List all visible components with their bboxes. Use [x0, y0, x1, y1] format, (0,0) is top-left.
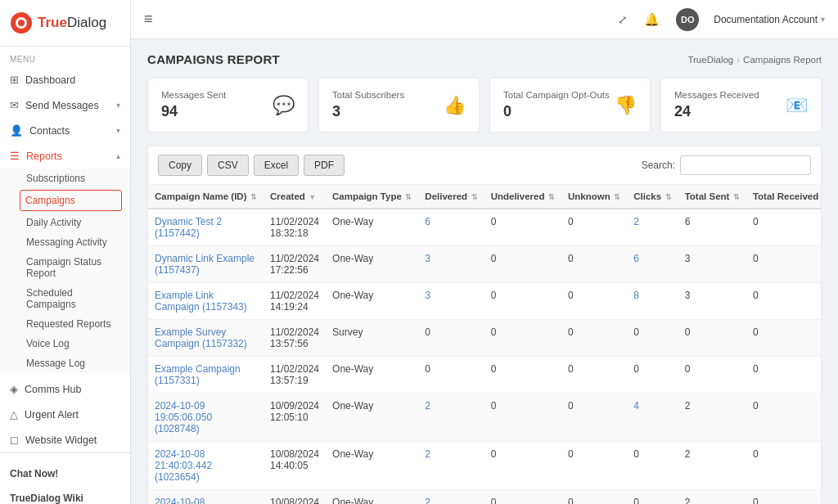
menu-label: MENU [0, 47, 130, 67]
col-header-name[interactable]: Campaign Name (ID) ⇅ [148, 185, 264, 209]
sort-icon: ⇅ [663, 193, 672, 201]
hamburger-button[interactable]: ≡ [144, 11, 153, 28]
sidebar-subitem-daily-activity[interactable]: Daily Activity [0, 213, 130, 232]
clicks-link[interactable]: 2 [633, 216, 639, 227]
stat-card-messages-sent: Messages Sent 94 💬 [147, 78, 309, 133]
sidebar-subitem-voice-log[interactable]: Voice Log [0, 334, 130, 353]
col-header-undelivered[interactable]: Undelivered ⇅ [484, 185, 561, 209]
chat-now-label: Chat Now! [10, 468, 58, 479]
campaigns-table: Campaign Name (ID) ⇅ Created ▼ Campaign … [148, 185, 821, 504]
excel-button[interactable]: Excel [254, 155, 299, 176]
copy-button[interactable]: Copy [158, 155, 202, 176]
sidebar-subitem-campaigns[interactable]: Campaigns [20, 190, 122, 211]
clicks-link[interactable]: 4 [633, 400, 639, 412]
campaign-name-link[interactable]: 2024-10-08 21:30:02.894 (1023556) [155, 497, 212, 504]
delivered-link[interactable]: 2 [425, 497, 430, 504]
csv-button[interactable]: CSV [207, 155, 249, 176]
sidebar-item-wiki[interactable]: TrueDialog Wiki [0, 486, 130, 504]
sidebar-subitem-campaign-status-report[interactable]: Campaign Status Report [0, 252, 130, 283]
delivered-link[interactable]: 3 [425, 253, 430, 264]
sidebar-item-reports[interactable]: ☰ Reports ▴ [0, 143, 130, 169]
breadcrumb-home[interactable]: TrueDialog [687, 55, 733, 65]
cell-created: 11/02/2024 18:32:18 [264, 209, 326, 246]
sort-icon: ⇅ [248, 193, 257, 201]
campaign-name-link[interactable]: 2024-10-08 21:40:03.442 (1023654) [155, 448, 212, 483]
cell-unknown: 0 [561, 442, 627, 490]
logo-text: TrueDialog [38, 15, 106, 31]
table-row: Dynamic Link Example (1157437) 11/02/202… [148, 246, 821, 283]
campaign-name-link[interactable]: Example Campaign (1157331) [155, 363, 241, 386]
sort-icon: ⇅ [731, 193, 740, 201]
expand-icon[interactable]: ⤢ [618, 13, 628, 26]
col-header-total-sent[interactable]: Total Sent ⇅ [678, 185, 746, 209]
cell-name: 2024-10-08 21:40:03.442 (1023654) [148, 442, 264, 490]
stat-label: Messages Received [674, 90, 759, 100]
stat-label: Total Subscribers [332, 90, 404, 100]
sidebar-subitem-requested-reports[interactable]: Requested Reports [0, 314, 130, 334]
search-label: Search: [642, 160, 675, 171]
col-header-total-received[interactable]: Total Received ⇅ [746, 185, 821, 209]
sidebar-subitem-messaging-activity[interactable]: Messaging Activity [0, 232, 130, 252]
stats-row: Messages Sent 94 💬 Total Subscribers 3 👍… [147, 78, 822, 133]
main-content: ≡ ⤢ 🔔 DO Documentation Account ▾ CAMPAIG… [131, 0, 838, 504]
col-header-unknown[interactable]: Unknown ⇅ [561, 185, 627, 209]
clicks-link[interactable]: 8 [633, 290, 639, 301]
delivered-link[interactable]: 6 [425, 216, 430, 227]
sidebar-subitem-subscriptions[interactable]: Subscriptions [0, 169, 130, 188]
logo: TrueDialog [0, 0, 130, 47]
cell-total-received: 0 [746, 283, 821, 320]
stat-value: 94 [161, 103, 226, 120]
sidebar-item-label: Dashboard [25, 74, 75, 86]
cell-type: One-Way [326, 442, 418, 490]
delivered-link[interactable]: 2 [425, 400, 430, 412]
col-header-delivered[interactable]: Delivered ⇅ [418, 185, 484, 209]
delivered-link[interactable]: 2 [425, 448, 430, 460]
reports-submenu: Subscriptions Campaigns Daily Activity M… [0, 169, 130, 373]
cell-total-sent: 3 [678, 246, 746, 283]
stat-value: 3 [332, 103, 404, 120]
delivered-link[interactable]: 3 [425, 290, 430, 301]
cell-clicks: 4 [627, 394, 678, 442]
sidebar-subitem-scheduled-campaigns[interactable]: Scheduled Campaigns [0, 283, 130, 314]
sidebar-item-label: Urgent Alert [25, 409, 79, 421]
sidebar-item-contacts[interactable]: 👤 Contacts ▾ [0, 118, 130, 143]
cell-type: One-Way [326, 357, 418, 394]
cell-name: Dynamic Test 2 (1157442) [148, 209, 264, 246]
sort-icon: ▼ [307, 193, 316, 201]
cell-delivered: 3 [418, 246, 484, 283]
table-row: 2024-10-08 21:30:02.894 (1023556) 10/08/… [148, 490, 821, 505]
search-input[interactable] [680, 155, 811, 175]
col-header-clicks[interactable]: Clicks ⇅ [627, 185, 678, 209]
sidebar-item-urgent-alert[interactable]: △ Urgent Alert [0, 402, 130, 427]
table-container: Campaign Name (ID) ⇅ Created ▼ Campaign … [148, 185, 821, 504]
sidebar-subitem-message-log[interactable]: Message Log [0, 353, 130, 373]
campaign-name-link[interactable]: Dynamic Test 2 (1157442) [155, 216, 222, 239]
comms-hub-icon: ◈ [10, 383, 18, 395]
chevron-down-icon: ▾ [116, 126, 120, 135]
cell-undelivered: 0 [484, 442, 561, 490]
campaign-name-link[interactable]: 2024-10-09 19:05:06.050 (1028748) [155, 400, 212, 434]
sidebar-item-dashboard[interactable]: ⊞ Dashboard [0, 67, 130, 92]
cell-total-received: 0 [746, 320, 821, 357]
sidebar-item-send-messages[interactable]: ✉ Send Messages ▾ [0, 92, 130, 118]
campaign-name-link[interactable]: Example Survey Campaign (1157332) [155, 326, 247, 349]
table-row: Example Campaign (1157331) 11/02/2024 13… [148, 357, 821, 394]
cell-created: 10/08/2024 14:40:05 [264, 442, 326, 490]
account-name[interactable]: Documentation Account ▾ [714, 14, 825, 25]
stat-value: 0 [503, 103, 610, 120]
sidebar-item-label: Comms Hub [25, 384, 81, 395]
pdf-button[interactable]: PDF [304, 155, 345, 176]
sort-icon: ⇅ [612, 193, 621, 201]
campaign-name-link[interactable]: Dynamic Link Example (1157437) [155, 253, 255, 276]
clicks-link[interactable]: 6 [633, 253, 639, 264]
sidebar-item-website-widget[interactable]: ◻ Website Widget [0, 427, 130, 452]
campaign-name-link[interactable]: Example Link Campaign (1157343) [155, 290, 247, 313]
col-header-created[interactable]: Created ▼ [264, 185, 326, 209]
col-header-type[interactable]: Campaign Type ⇅ [326, 185, 418, 209]
cell-delivered: 6 [418, 209, 484, 246]
sidebar-item-comms-hub[interactable]: ◈ Comms Hub [0, 376, 130, 402]
cell-clicks: 0 [627, 320, 678, 357]
svg-point-2 [18, 20, 25, 26]
bell-icon[interactable]: 🔔 [644, 12, 660, 27]
sidebar-item-chat-now[interactable]: Chat Now! [0, 461, 130, 486]
